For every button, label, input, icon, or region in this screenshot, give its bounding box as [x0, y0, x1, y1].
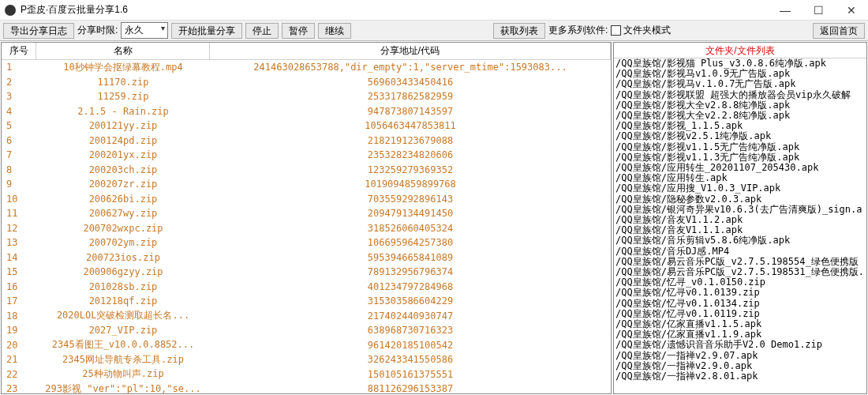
grid-body[interactable]: 110秒钟学会抠绿幕教程.mp4241463028653788,"dir_emp… [2, 60, 611, 393]
cell-idx: 11 [2, 208, 36, 219]
cell-idx: 20 [2, 340, 36, 351]
export-log-button[interactable]: 导出分享日志 [3, 23, 74, 39]
resume-button[interactable]: 继续 [318, 23, 351, 39]
table-row[interactable]: 5200121yy.zip1056463447853811 [2, 118, 611, 134]
cell-name: 200121yy.zip [36, 120, 210, 131]
table-row[interactable]: 7200201yx.zip235328234820606 [2, 148, 611, 163]
cell-addr: 595394665841089 [210, 252, 611, 263]
table-row[interactable]: 16201028sb.zip401234797284968 [2, 280, 611, 295]
table-row[interactable]: 14200723ios.zip595394665841089 [2, 250, 611, 265]
cell-name: 200702ym.zip [36, 237, 210, 248]
cell-name: 2020LOL突破检测取超长名... [36, 309, 210, 322]
list-item[interactable]: /QQ皇族馆/忆寻v0.1.0139.zip [614, 288, 866, 298]
share-time-label: 分享时限: [77, 24, 118, 37]
cell-addr: 1019094859899768 [210, 179, 611, 190]
share-time-select[interactable]: 永久 [121, 22, 168, 39]
cell-addr: 235328234820606 [210, 149, 611, 160]
col-header-name[interactable]: 名称 [36, 43, 210, 59]
table-row[interactable]: 2225种动物叫声.zip150105161375551 [2, 367, 611, 382]
table-row[interactable]: 23293影视 "ver":"pl":10,"se...881126296153… [2, 382, 611, 393]
maximize-button[interactable]: ☐ [802, 0, 835, 21]
list-item[interactable]: /QQ皇族馆/影视马v.1.0.7无广告版.apk [614, 79, 866, 89]
cell-addr: 569603433450416 [210, 77, 611, 88]
cell-idx: 10 [2, 194, 36, 205]
list-item[interactable]: /QQ皇族馆/一指禅v2.9.07.apk [614, 351, 866, 361]
list-item[interactable]: /QQ皇族馆/影视联盟 超强大的播放器会员vip永久破解 [614, 90, 866, 100]
folder-mode-checkbox[interactable]: 文件夹模式 [611, 24, 671, 37]
table-row[interactable]: 15200906gzyy.zip789132956796374 [2, 265, 611, 280]
table-row[interactable]: 13200702ym.zip106695964257380 [2, 235, 611, 250]
list-item[interactable]: /QQ皇族馆/影视v2.5.1纯净版.apk [614, 131, 866, 141]
cell-name: 2027_VIP.zip [36, 325, 210, 336]
table-row[interactable]: 10200626bi.zip703559292896143 [2, 192, 611, 207]
file-list[interactable]: /QQ皇族馆/影视猫 Plus_v3.0.8.6纯净版.apk/QQ皇族馆/影视… [614, 58, 866, 393]
table-row[interactable]: 182020LOL突破检测取超长名...217402440930747 [2, 309, 611, 324]
cell-idx: 2 [2, 77, 36, 88]
stop-button[interactable]: 停止 [245, 23, 279, 39]
cell-idx: 16 [2, 281, 36, 292]
cell-idx: 13 [2, 237, 36, 248]
more-software-label: 更多系列软件: [548, 24, 608, 37]
list-item[interactable]: /QQ皇族馆/遗憾识音音乐助手V2.0 Demo1.zip [614, 340, 866, 350]
cell-addr: 401234797284968 [210, 281, 611, 292]
right-pane: 文件夹/文件列表 /QQ皇族馆/影视猫 Plus_v3.0.8.6纯净版.apk… [613, 42, 867, 394]
list-item[interactable]: /QQ皇族馆/音乐剪辑v5.8.6纯净版.apk [614, 235, 866, 246]
back-home-button[interactable]: 返回首页 [813, 23, 865, 39]
cell-idx: 21 [2, 354, 36, 365]
right-panel-title: 文件夹/文件列表 [614, 43, 866, 58]
close-button[interactable]: ✕ [835, 0, 868, 21]
table-row[interactable]: 110秒钟学会抠绿幕教程.mp4241463028653788,"dir_emp… [2, 60, 611, 75]
list-item[interactable]: /QQ皇族馆/一指禅v2.8.01.apk [614, 371, 866, 382]
list-item[interactable]: /QQ皇族馆/音乐DJ感.MP4 [614, 246, 866, 257]
cell-addr: 638968730716323 [210, 325, 611, 336]
cell-addr: 209479134491450 [210, 208, 611, 219]
cell-addr: 326243341550586 [210, 354, 611, 365]
cell-name: 25种动物叫声.zip [36, 367, 210, 381]
get-list-button[interactable]: 获取列表 [493, 23, 545, 39]
cell-addr: 881126296153387 [210, 383, 611, 393]
cell-addr: 218219123679088 [210, 135, 611, 146]
table-row[interactable]: 212345网址导航专杀工具.zip326243341550586 [2, 352, 611, 367]
cell-idx: 5 [2, 120, 36, 131]
pause-button[interactable]: 暂停 [282, 23, 315, 39]
table-row[interactable]: 17201218qf.zip315303586604229 [2, 294, 611, 309]
cell-idx: 1 [2, 62, 36, 73]
col-header-addr[interactable]: 分享地址/代码 [210, 43, 611, 59]
list-item[interactable]: /QQ皇族馆/忆寻v0.1.0134.zip [614, 299, 866, 309]
cell-idx: 17 [2, 295, 36, 307]
cell-addr: 253317862582959 [210, 91, 611, 102]
cell-name: 11259.zip [36, 91, 210, 102]
table-row[interactable]: 202345看图王_v10.0.0.8852...961420185100542 [2, 338, 611, 353]
cell-addr: 1056463447853811 [210, 120, 611, 131]
cell-name: 293影视 "ver":"pl":10,"se... [36, 382, 210, 393]
cell-name: 2.1.5 - Rain.zip [36, 106, 210, 117]
app-icon [5, 5, 16, 16]
table-row[interactable]: 8200203ch.zip123259279369352 [2, 163, 611, 178]
cell-addr: 241463028653788,"dir_empty":1,"server_mt… [210, 62, 611, 73]
cell-addr: 217402440930747 [210, 310, 611, 322]
col-header-idx[interactable]: 序号 [2, 43, 36, 59]
left-pane: 序号 名称 分享地址/代码 110秒钟学会抠绿幕教程.mp42414630286… [1, 42, 612, 394]
table-row[interactable]: 42.1.5 - Rain.zip947873807143597 [2, 104, 611, 119]
cell-name: 200626bi.zip [36, 194, 210, 205]
table-row[interactable]: 11200627wy.zip209479134491450 [2, 206, 611, 221]
table-row[interactable]: 9200207zr.zip1019094859899768 [2, 177, 611, 192]
cell-addr: 947873807143597 [210, 106, 611, 117]
table-row[interactable]: 311259.zip253317862582959 [2, 89, 611, 104]
table-row[interactable]: 192027_VIP.zip638968730716323 [2, 323, 611, 338]
start-button[interactable]: 开始批量分享 [171, 23, 242, 39]
list-item[interactable]: /QQ皇族馆/影视v1.1.5无广告纯净版.apk [614, 142, 866, 152]
minimize-button[interactable]: — [769, 0, 802, 21]
cell-idx: 14 [2, 252, 36, 263]
table-row[interactable]: 211170.zip569603433450416 [2, 75, 611, 90]
cell-idx: 18 [2, 310, 36, 322]
table-row[interactable]: 12200702wxpc.zip318526060405324 [2, 221, 611, 236]
cell-idx: 4 [2, 106, 36, 117]
checkbox-icon [611, 25, 621, 36]
table-row[interactable]: 6200124pd.zip218219123679088 [2, 134, 611, 149]
list-item[interactable]: /QQ皇族馆/隐秘参数v2.0.3.apk [614, 194, 866, 205]
cell-idx: 12 [2, 223, 36, 234]
list-item[interactable]: /QQ皇族馆/应用搜_V1.0.3_VIP.apk [614, 183, 866, 194]
cell-idx: 8 [2, 164, 36, 175]
folder-mode-label: 文件夹模式 [623, 24, 671, 37]
